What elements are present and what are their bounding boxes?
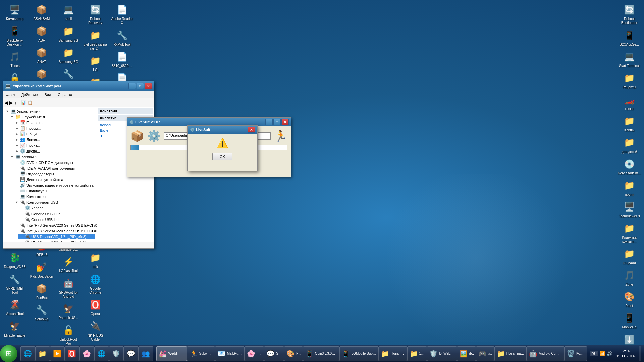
tree-computer[interactable]: 💻Компьютер xyxy=(14,194,95,199)
desktop-icon-ifunbox[interactable]: 📦iFunBox xyxy=(29,281,55,301)
show-desktop-button[interactable] xyxy=(639,346,641,361)
desktop-icon-srsroot[interactable]: 🤖SRSRoot for Android xyxy=(55,275,82,300)
desktop-icon-asf[interactable]: 📦ASF xyxy=(29,23,55,44)
tree-video[interactable]: 🖥️Видеоадаптеры xyxy=(14,171,95,177)
tree-devman[interactable]: ▶⚙️Диспе... xyxy=(14,148,95,154)
desktop-icon-zune[interactable]: 🎵Zune xyxy=(616,267,642,288)
desktop-icon-volcanotool[interactable]: 🌋VolcanoTool xyxy=(2,297,28,317)
desktop-icon-googlechrome[interactable]: 🌐Google Chrome xyxy=(82,271,108,296)
tree-localusers[interactable]: ▶👥Локал... xyxy=(14,137,95,142)
taskbar-icq[interactable]: 🌸 ICQ/2 xyxy=(245,346,264,361)
desktop-icon-setool2g[interactable]: 🔧Setool2g xyxy=(29,302,55,323)
tree-events[interactable]: ▶📋Просм... xyxy=(14,125,95,131)
view-button2[interactable]: 📋 xyxy=(28,100,33,105)
menu-help[interactable]: Справка xyxy=(56,92,73,97)
desktop-icon-rebootrecovery[interactable]: 🔄Reboot Recovery xyxy=(82,2,108,26)
lang-indicator[interactable]: RU xyxy=(590,351,598,356)
desktop-icon-clipy[interactable]: 📁Клипы xyxy=(616,113,642,134)
taskbar-opera[interactable]: 🅾️ xyxy=(65,346,79,361)
desktop-icon-nkfbus[interactable]: 🔌NK F-BUS Cable xyxy=(82,318,108,343)
volume-icon[interactable]: 🔊 xyxy=(606,351,612,356)
desktop-icon-nerostartsmrt[interactable]: 💿Nero StartSm... xyxy=(616,156,642,177)
tree-perf[interactable]: ▶📈Произ... xyxy=(14,142,95,148)
desktop-icon-miracleeagle[interactable]: 🦅Miracle_Eagle xyxy=(2,318,28,339)
desktop-icon-receipts[interactable]: 📁Рецепты xyxy=(616,70,642,91)
desktop-icon-sociali[interactable]: 📁социали xyxy=(616,246,642,266)
desktop-icon-ytel[interactable]: 📁ytel g928 salina rai_2... xyxy=(82,27,108,52)
tree-scheduler[interactable]: ▶📅Планир... xyxy=(14,120,95,125)
livesuit-minimize[interactable]: _ xyxy=(265,119,273,125)
desktop-icon-file1[interactable]: 📄8810_6820 ... xyxy=(109,49,135,69)
taskbar-flower[interactable]: 🌸 xyxy=(79,346,94,361)
tree-keyboard[interactable]: ⌨️Клавиатуры xyxy=(14,188,95,194)
taskbar-weddingsalon[interactable]: 💒 Wedding Salon xyxy=(156,346,187,361)
taskbar-folder2[interactable]: 📁 Новая папка (2) xyxy=(494,346,527,361)
taskbar-foto[interactable]: 🖼️ фото xyxy=(457,346,476,361)
taskbar-security[interactable]: 🛡️ xyxy=(109,346,124,361)
taskbar-odin[interactable]: 📱 Odin3 v.3.07 Ярлык xyxy=(303,346,339,361)
desktop-icon-phoenixus[interactable]: 🦅PhoenixUS... xyxy=(55,301,82,321)
tree-shared[interactable]: ▶📊Общи... xyxy=(14,131,95,137)
desktop-icon-rebootbootloader[interactable]: 🔄Reboot Bootloader xyxy=(616,2,642,26)
taskbar-skype[interactable]: 💬 xyxy=(124,346,139,361)
desktop-icon-itunes[interactable]: 🎵iTunes xyxy=(2,49,28,69)
desktop-icon-anat[interactable]: 📦ANAT xyxy=(29,45,55,65)
desktop-icon-lg[interactable]: 📁LG xyxy=(82,53,108,73)
desktop-icon-paint[interactable]: 🎨Paint xyxy=(616,289,642,309)
desktop-icon-kidsspa[interactable]: 💅Kids Spa Salon xyxy=(29,259,55,280)
tree-usbdevice2[interactable]: 🔌USB Device(VID_1f3a_PID_efe8) xyxy=(18,239,95,242)
taskbar-explorer[interactable]: 📁 xyxy=(35,346,50,361)
desktop-icon-startterminal[interactable]: 💻Start Terminal xyxy=(616,49,642,69)
desktop-icon-gonki[interactable]: 🏎️гонки xyxy=(616,92,642,112)
desktop-icon-samsung2g[interactable]: 📁Samsung-2G xyxy=(55,23,82,44)
tree-intel1[interactable]: 🔌Intel(R) 8 Series/C220 Series USB EHCI … xyxy=(18,222,95,228)
desktop-icon-mobilego[interactable]: 📱MobileGo xyxy=(616,310,642,331)
taskbar-paint[interactable]: 🎨 Paint xyxy=(284,346,303,361)
desktop-icon-progi[interactable]: 📁проги xyxy=(616,177,642,198)
tree-services[interactable]: ▼📁Служебные п... xyxy=(9,114,95,120)
taskbar-trash[interactable]: 🗑️ Корзина xyxy=(564,346,587,361)
livesuit-icon-run[interactable]: 🏃 xyxy=(274,130,287,142)
taskbar-mailru[interactable]: 📧 Mail.Ru Arena xyxy=(215,346,245,361)
tree-usbhub2[interactable]: 🔌Generic USB Hub xyxy=(18,217,95,222)
menu-action[interactable]: Действие xyxy=(20,92,39,97)
desktop-icon-blackberry[interactable]: 📱BlackBerry Desktop ... xyxy=(2,23,28,48)
desktop-icon-clientka[interactable]: 📁Клиентка контакт... xyxy=(616,220,642,245)
minimize-button-mgmt[interactable]: _ xyxy=(128,83,136,89)
menu-file[interactable]: Файл xyxy=(4,92,16,97)
desktop-icon-unlockroot[interactable]: 🔓UnlockRoot Pro xyxy=(55,322,82,347)
taskbar-chrome[interactable]: 🌐 xyxy=(94,346,109,361)
taskbar-android[interactable]: 🤖 Android Commander xyxy=(527,346,564,361)
taskbar-users[interactable]: 👥 xyxy=(139,346,153,361)
desktop-icon-adobereader[interactable]: 📄Adobe Reader X xyxy=(109,2,135,26)
livesuit-maximize[interactable]: □ xyxy=(273,119,281,125)
start-button[interactable]: ⊞ xyxy=(0,345,17,362)
back-button[interactable]: ◀ xyxy=(4,100,8,105)
dialog-close-button[interactable]: ✕ xyxy=(248,127,255,133)
desktop-icon-mtk[interactable]: 📁mtk xyxy=(82,250,108,270)
taskbar-ie[interactable]: 🌐 xyxy=(20,346,35,361)
desktop-icon-sprdimei[interactable]: 🔧SPRD IMEI Tool xyxy=(2,271,28,296)
taskbar-games[interactable]: 🎮 игры xyxy=(476,346,494,361)
tree-intel2[interactable]: 🔌Intel(R) 8 Series/C220 Series USB EHCI … xyxy=(18,228,95,234)
tree-ide[interactable]: 🔌IDE ATA/ATAPI контроллеры xyxy=(14,165,95,171)
livesuit-close[interactable]: ✕ xyxy=(281,119,289,125)
maximize-button-mgmt[interactable]: □ xyxy=(137,83,144,89)
taskbar-12245[interactable]: 📁 12245 xyxy=(407,346,427,361)
close-button-mgmt[interactable]: ✕ xyxy=(145,83,152,89)
taskbar-skype-active[interactable]: 💬 Skype xyxy=(264,346,284,361)
tree-usbdevice1[interactable]: 🔌USB Device(VID_1f3a_PID_efe8) xyxy=(18,234,95,239)
desktop-icon-b2capp[interactable]: 📱B2CAppSe... xyxy=(616,27,642,48)
tree-root[interactable]: ▼💻Управление к... xyxy=(4,108,95,114)
desktop-icon-opera[interactable]: 🅾️Opera xyxy=(82,297,108,317)
system-clock[interactable]: 12:16 19.11.2014 xyxy=(614,349,637,358)
taskbar-drweb[interactable]: 🛡️ Dr.Web 7.00.3 xyxy=(427,346,457,361)
taskbar-folder1[interactable]: 📁 Новая папка xyxy=(379,346,407,361)
dialog-ok-button[interactable]: OK xyxy=(212,153,232,160)
tree-usb[interactable]: ▼🔌Контроллеры USB xyxy=(14,199,95,205)
tree-adminpc[interactable]: ▼💻admin-PC xyxy=(9,154,95,160)
forward-button[interactable]: ▶ xyxy=(9,100,13,105)
desktop-icon-shell[interactable]: 💻shell xyxy=(55,2,82,22)
taskbar-media[interactable]: ▶️ xyxy=(50,346,65,361)
desktop-icon-dragon[interactable]: 🐉Dragon_V3.53 xyxy=(2,250,28,270)
